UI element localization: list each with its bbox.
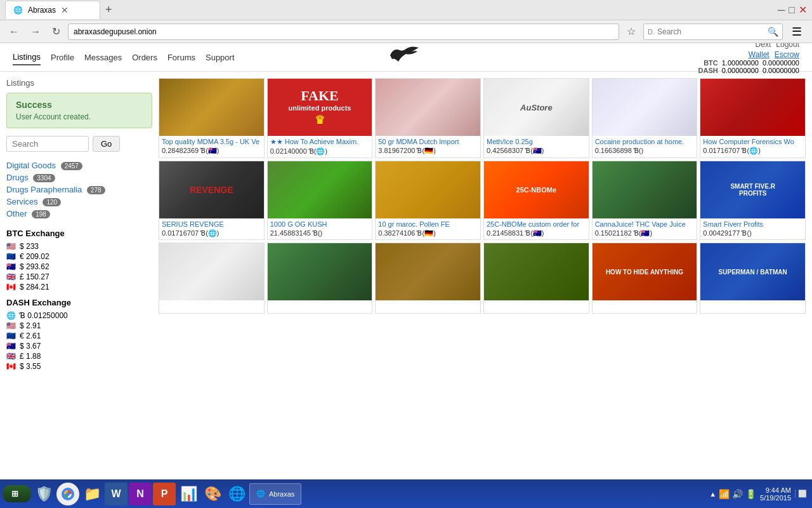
gb-flag-icon: 🇬🇧 [6, 272, 16, 281]
category-drugs-link[interactable]: Drugs 3304 [6, 173, 55, 182]
category-digital-goods[interactable]: Digital Goods 2457 [6, 161, 152, 170]
product-title [595, 302, 695, 310]
btc-cad-row: 🇨🇦 $ 284.21 [6, 283, 152, 291]
category-digital-goods-link[interactable]: Digital Goods 2457 [6, 161, 82, 170]
btc-exchange-title: BTC Exchange [6, 229, 152, 238]
nav-right: Dext Logout Wallet Escrow BTC 1.00000000… [698, 43, 799, 74]
category-drugs-paraphernalia[interactable]: Drugs Paraphernalia 278 [6, 185, 152, 194]
dext-link[interactable]: Dext [756, 43, 771, 49]
back-button[interactable]: ← [5, 23, 23, 40]
product-title: SERIUS REVENGE [162, 220, 261, 228]
nav-support[interactable]: Support [206, 50, 235, 65]
product-title: Meth/Ice 0.25g [487, 138, 586, 145]
product-title: 10 gr maroc. Pollen FE [378, 220, 478, 228]
browser-tab[interactable]: 🌐 Abraxas ✕ [5, 1, 100, 19]
product-card-pollen[interactable]: 10 gr maroc. Pollen FE 0.38274106 Ɓ(🇩🇪) [375, 161, 481, 240]
nav-profile[interactable]: Profile [51, 50, 74, 65]
logout-link[interactable]: Logout [776, 43, 799, 49]
product-card-howto[interactable]: HOW TO HIDE ANYTHING [592, 243, 698, 314]
product-card-revenge[interactable]: REVENGE SERIUS REVENGE 0.01716707 Ɓ(🌐) [159, 161, 265, 240]
product-title: ★★ How To Achieve Maxim. [270, 138, 370, 146]
product-card-pill[interactable] [159, 243, 265, 314]
dash-cad-row: 🇨🇦 $ 3.55 [6, 362, 152, 371]
product-card-super[interactable]: SUPERMAN / BATMAN [700, 243, 806, 314]
minimize-button[interactable]: ─ [778, 4, 785, 16]
tab-favicon: 🌐 [13, 6, 23, 15]
success-title: Success [16, 100, 143, 110]
product-title: Cocaine production at home. [595, 138, 695, 145]
bookmark-button[interactable]: ☆ [623, 23, 639, 40]
category-other-link[interactable]: Other 198 [6, 209, 50, 218]
product-card-weed[interactable] [483, 243, 589, 314]
btc-label: BTC [704, 59, 718, 67]
product-title [487, 302, 586, 310]
browser-menu-button[interactable]: ☰ [787, 22, 807, 41]
product-card-mdma[interactable]: Top quality MDMA 3.5g - UK Ve 0.28482369… [159, 78, 265, 158]
product-card-canna[interactable]: CannaJuice! THC Vape Juice 0.15021182 Ɓ(… [592, 161, 698, 240]
browser-search-input[interactable] [657, 27, 768, 36]
product-card-broccoli[interactable] [267, 243, 373, 314]
category-drugs-para-link[interactable]: Drugs Paraphernalia 278 [6, 185, 105, 194]
drugs-para-badge: 278 [87, 186, 105, 194]
search-input[interactable] [6, 136, 89, 152]
product-image [484, 243, 589, 300]
product-card-meth[interactable]: AuStore Meth/Ice 0.25g 0.42568307 Ɓ(🇦🇺) [483, 78, 589, 158]
btc-eur-row: 🇪🇺 € 209.02 [6, 252, 152, 261]
success-message: User Account created. [16, 112, 143, 121]
product-price: 3.81967200 Ɓ(🇩🇪) [378, 147, 478, 155]
category-services-link[interactable]: Services 120 [6, 197, 61, 206]
product-grid: Top quality MDMA 3.5g - UK Ve 0.28482369… [159, 78, 806, 314]
category-drugs[interactable]: Drugs 3304 [6, 173, 152, 182]
dash-ca-flag: 🇨🇦 [6, 362, 16, 371]
product-card-mdma2[interactable]: 50 gr MDMA Dutch Import 3.81967200 Ɓ(🇩🇪) [375, 78, 481, 158]
tab-close-button[interactable]: ✕ [61, 5, 69, 15]
product-card-fake[interactable]: FAKE unlimited products ♛ ★★ How To Achi… [267, 78, 373, 158]
product-image: AuStore [484, 79, 589, 136]
dash-exchange-title: DASH Exchange [6, 298, 152, 307]
refresh-button[interactable]: ↻ [48, 23, 64, 40]
maximize-button[interactable]: □ [789, 4, 795, 16]
product-info: 25C-NBOMe custom order for 0.21458831 Ɓ(… [484, 218, 589, 239]
product-grid-area: Top quality MDMA 3.5g - UK Ve 0.28482369… [159, 78, 806, 372]
product-title: 1000 G OG KUSH [270, 220, 370, 228]
product-card-kush[interactable]: 1000 G OG KUSH 21.45883145 Ɓ() [267, 161, 373, 240]
category-list: Digital Goods 2457 Drugs 3304 Drugs Para… [6, 161, 152, 218]
browser-search-bar: D. 🔍 [643, 23, 783, 40]
dash-btc-value: Ɓ 0.01250000 [20, 311, 68, 320]
product-image [593, 161, 697, 218]
product-image: SUPERMAN / BATMAN [700, 243, 805, 300]
wallet-link[interactable]: Wallet [749, 50, 769, 59]
category-services[interactable]: Services 120 [6, 197, 152, 206]
dash-eu-flag: 🇪🇺 [6, 331, 16, 340]
product-card-hash[interactable] [375, 243, 481, 314]
globe-icon: 🌐 [6, 311, 16, 320]
product-card-cocaine[interactable]: Cocaine production at home. 0.16636898 Ɓ… [592, 78, 698, 158]
product-info [159, 300, 264, 313]
forward-button[interactable]: → [27, 23, 44, 40]
address-bar[interactable] [68, 23, 619, 40]
search-button[interactable]: Go [93, 136, 120, 152]
page-content: Listings Profile Messages Orders Forums … [0, 43, 812, 479]
close-button[interactable]: ✕ [799, 4, 807, 16]
category-other[interactable]: Other 198 [6, 209, 152, 218]
product-image [593, 79, 697, 136]
product-image: FAKE unlimited products ♛ [268, 79, 372, 136]
product-price: 0.16636898 Ɓ() [595, 147, 695, 155]
product-card-nbome[interactable]: 25C-NBOMe 25C-NBOMe custom order for 0.2… [483, 161, 589, 240]
browser-search-icon[interactable]: 🔍 [768, 27, 778, 37]
btc-usd-row: 🇺🇸 $ 233 [6, 242, 152, 251]
digital-goods-badge: 2457 [61, 162, 82, 170]
nav-messages[interactable]: Messages [84, 50, 122, 65]
dash-btc-row: 🌐 Ɓ 0.01250000 [6, 311, 152, 320]
nav-orders[interactable]: Orders [132, 50, 157, 65]
product-image [376, 161, 480, 218]
nav-listings[interactable]: Listings [13, 50, 41, 65]
product-price: 0.01716707 Ɓ(🌐) [703, 147, 802, 155]
btc-wallet-value: 1.00000000 [722, 59, 759, 67]
product-card-fiverr[interactable]: SMART FIVE.RPROFITS Smart Fiverr Profits… [700, 161, 806, 240]
product-card-forensics[interactable]: How Computer Forensics Wo 0.01716707 Ɓ(🌐… [700, 78, 806, 158]
btc-aud-row: 🇦🇺 $ 293.62 [6, 262, 152, 271]
new-tab-button[interactable]: + [100, 2, 117, 18]
escrow-link[interactable]: Escrow [775, 50, 799, 59]
nav-forums[interactable]: Forums [167, 50, 195, 65]
